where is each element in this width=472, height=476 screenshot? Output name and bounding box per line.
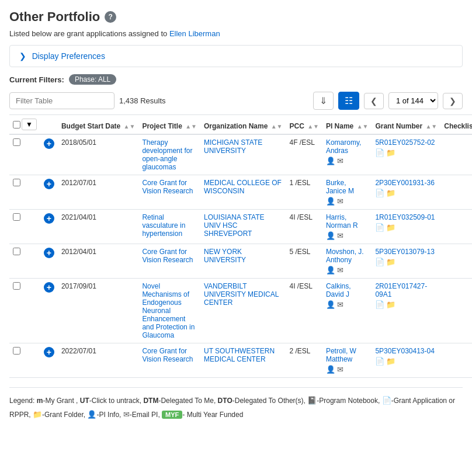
grant-number-link[interactable]: 5P30EY013079-13	[375, 248, 434, 256]
row-checkbox[interactable]	[13, 213, 20, 221]
add-row-button[interactable]: +	[44, 138, 54, 149]
pi-name-link[interactable]: Harris, Norman R	[326, 213, 358, 230]
org-name-link[interactable]: MEDICAL COLLEGE OF WISCONSIN	[204, 179, 282, 195]
pcc: 4F /ESL	[286, 134, 322, 175]
project-title-link[interactable]: Retinal vasculature in hypertension	[142, 213, 185, 238]
grant-icon-row: 📄 📁	[375, 300, 437, 309]
pcc: 4I /ESL	[286, 279, 322, 343]
pi-icon-row: 👤 ✉	[326, 197, 369, 206]
page-select[interactable]: 1 of 144	[388, 92, 438, 109]
project-title-link[interactable]: Core Grant for Vision Research	[142, 179, 193, 195]
add-row-button[interactable]: +	[44, 248, 54, 258]
select-all-checkbox[interactable]	[13, 121, 20, 128]
org-name-link[interactable]: VANDERBILT UNIVERSITY MEDICAL CENTER	[204, 282, 279, 307]
email-pi-icon[interactable]: ✉	[337, 266, 343, 275]
row-add-cell: +	[40, 279, 58, 343]
pi-info-icon[interactable]: 👤	[326, 266, 335, 275]
th-pi-name: PI Name ▲▼	[322, 115, 372, 135]
pi-name-link[interactable]: Komaromy, Andras	[326, 138, 361, 155]
add-row-button[interactable]: +	[44, 347, 54, 357]
pi-icon-row: 👤 ✉	[326, 157, 369, 165]
pi-info-icon[interactable]: 👤	[326, 157, 335, 165]
project-title: Novel Mechanisms of Endogenous Neuronal …	[138, 279, 200, 343]
project-title-link[interactable]: Therapy development for open-angle glauc…	[142, 138, 192, 171]
grant-number-link[interactable]: 5P30EY030413-04	[375, 347, 434, 355]
grant-number: 2R01EY017427-09A1 📄 📁	[372, 279, 440, 343]
pi-icon-row: 👤 ✉	[326, 300, 369, 309]
grant-number-link[interactable]: 5R01EY025752-02	[375, 138, 435, 147]
grant-folder-icon[interactable]: 📁	[386, 357, 395, 366]
add-row-button[interactable]: +	[44, 179, 54, 189]
th-budget-start-date: Budget Start Date ▲▼	[58, 115, 138, 135]
pi-name-link[interactable]: Burke, Janice M	[326, 179, 354, 195]
pcc: 1 /ESL	[286, 175, 322, 210]
grant-number-link[interactable]: 2R01EY017427-09A1	[375, 282, 427, 298]
org-name-link[interactable]: LOUISIANA STATE UNIV HSC SHREVEPORT	[204, 213, 265, 238]
grant-folder-icon[interactable]: 📁	[386, 300, 395, 309]
grant-folder-icon[interactable]: 📁	[386, 223, 395, 232]
next-page-button[interactable]: ❯	[443, 93, 463, 109]
pi-info-icon[interactable]: 👤	[326, 365, 335, 374]
project-title-link[interactable]: Core Grant for Vision Research	[142, 248, 193, 264]
sort-icon: ▲▼	[425, 123, 437, 130]
project-title-link[interactable]: Core Grant for Vision Research	[142, 347, 193, 363]
grant-number-link[interactable]: 1R01EY032509-01	[375, 213, 435, 221]
email-pi-icon[interactable]: ✉	[337, 231, 343, 240]
table-row: + 2018/05/01 Therapy development for ope…	[9, 134, 472, 175]
grant-folder-icon[interactable]: 📁	[386, 148, 395, 157]
user-link[interactable]: Ellen Liberman	[169, 29, 220, 38]
grant-pdf-icon[interactable]: 📄	[375, 148, 384, 157]
project-title: Core Grant for Vision Research	[138, 175, 200, 210]
display-preferences-panel[interactable]: ❯ Display Preferences	[9, 45, 463, 67]
pi-info-icon[interactable]: 👤	[326, 197, 335, 206]
grant-number: 5P30EY030413-04 📄 📁	[372, 343, 440, 378]
grant-pdf-icon[interactable]: 📄	[375, 189, 384, 197]
results-count: 1,438 Results	[119, 96, 166, 105]
budget-start-date: 2018/05/01	[58, 134, 138, 175]
org-name-link[interactable]: NEW YORK UNIVERSITY	[204, 248, 246, 264]
pi-icon-row: 👤 ✉	[326, 231, 369, 240]
help-icon[interactable]: ?	[105, 11, 116, 23]
grant-number-link[interactable]: 2P30EY001931-36	[375, 179, 434, 187]
filter-input[interactable]	[9, 92, 114, 109]
project-title-link[interactable]: Novel Mechanisms of Endogenous Neuronal …	[142, 282, 195, 339]
email-pi-icon[interactable]: ✉	[337, 300, 343, 309]
row-menu-button[interactable]: ▼	[22, 119, 37, 130]
grant-pdf-icon[interactable]: 📄	[375, 357, 384, 366]
download-button[interactable]: ⇓	[313, 92, 334, 110]
pi-info-icon[interactable]: 👤	[326, 231, 335, 240]
th-project-title: Project Title ▲▼	[138, 115, 200, 135]
pi-info-icon[interactable]: 👤	[326, 300, 335, 309]
row-add-cell: +	[40, 134, 58, 175]
budget-start-date: 2012/04/01	[58, 244, 138, 279]
row-add-cell: +	[40, 175, 58, 210]
grant-pdf-icon[interactable]: 📄	[375, 258, 384, 266]
prev-page-button[interactable]: ❮	[364, 93, 384, 109]
pi-name-link[interactable]: Calkins, David J	[326, 282, 351, 298]
email-pi-icon[interactable]: ✉	[337, 197, 343, 206]
grant-folder-icon[interactable]: 📁	[386, 258, 395, 266]
row-checkbox[interactable]	[13, 347, 20, 355]
pi-name-link[interactable]: Movshon, J. Anthony	[326, 248, 364, 264]
org-name-link[interactable]: MICHIGAN STATE UNIVERSITY	[204, 138, 262, 155]
table-row: + 2012/04/01 Core Grant for Vision Resea…	[9, 244, 472, 279]
grant-folder-icon[interactable]: 📁	[386, 189, 395, 197]
org-name-link[interactable]: UT SOUTHWESTERN MEDICAL CENTER	[204, 347, 275, 363]
row-checkbox[interactable]	[13, 248, 20, 255]
pi-name-link[interactable]: Petroll, W Matthew	[326, 347, 356, 363]
email-pi-icon[interactable]: ✉	[337, 365, 343, 374]
row-checkbox[interactable]	[13, 179, 20, 186]
chevron-right-icon: ❯	[19, 51, 26, 61]
phase-filter-badge[interactable]: Phase: ALL	[69, 74, 116, 85]
table-row: + 2012/07/01 Core Grant for Vision Resea…	[9, 175, 472, 210]
th-pcc: PCC ▲▼	[286, 115, 322, 135]
row-checkbox[interactable]	[13, 138, 20, 146]
email-pi-icon[interactable]: ✉	[337, 157, 343, 165]
grant-pdf-icon[interactable]: 📄	[375, 300, 384, 309]
add-row-button[interactable]: +	[44, 213, 54, 224]
checklist	[440, 210, 472, 244]
add-row-button[interactable]: +	[44, 282, 54, 293]
grid-view-button[interactable]: ☷	[338, 92, 359, 110]
grant-pdf-icon[interactable]: 📄	[375, 223, 384, 232]
row-checkbox[interactable]	[13, 282, 20, 290]
